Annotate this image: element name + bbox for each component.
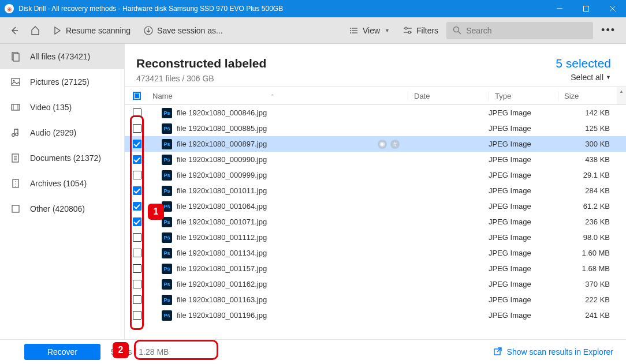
table-row[interactable]: Psfile 1920x1080_001163.jpgJPEG Image222… [125,292,626,307]
resume-scanning-button[interactable]: Resume scanning [47,22,135,39]
scroll-up-icon[interactable]: ▲ [617,87,626,104]
recover-button[interactable]: Recover [24,344,100,360]
file-size: 236 KB [558,217,626,226]
table-row[interactable]: Psfile 1920x1080_001157.jpgJPEG Image1.6… [125,261,626,276]
row-checkbox[interactable] [133,108,141,117]
file-size: 125 KB [558,124,626,133]
row-checkbox[interactable] [133,202,141,211]
sidebar-item-label: Documents (21372) [30,153,101,163]
file-type: JPEG Image [489,124,558,133]
row-checkbox[interactable] [133,249,141,257]
file-type: JPEG Image [489,295,558,304]
table-row[interactable]: Psfile 1920x1080_000897.jpg◉#JPEG Image3… [125,136,626,152]
toolbar: Resume scanning Save session as... View … [0,17,626,44]
ps-file-icon: Ps [162,155,172,165]
file-name: file 1920x1080_000999.jpg [177,171,267,179]
row-checkbox[interactable] [133,217,141,226]
svg-rect-33 [12,205,19,212]
column-type[interactable]: Type [489,92,558,100]
row-checkbox[interactable] [133,140,141,148]
column-name[interactable]: Name⌃ [149,92,408,100]
table-row[interactable]: Psfile 1920x1080_001071.jpgJPEG Image236… [125,214,626,230]
show-in-explorer-link[interactable]: Show scan results in Explorer [493,347,613,358]
table-row[interactable]: Psfile 1920x1080_001064.jpgJPEG Image61.… [125,198,626,214]
files-icon [10,51,21,62]
file-type: JPEG Image [489,171,558,179]
row-checkbox[interactable] [133,124,141,133]
sidebar-item-audio[interactable]: Audio (2929) [0,120,124,145]
file-type: JPEG Image [489,155,558,164]
table-row[interactable]: Psfile 1920x1080_000999.jpgJPEG Image29.… [125,167,626,183]
select-all-button[interactable]: Select all▼ [556,73,611,82]
svg-rect-22 [12,104,20,110]
chevron-down-icon: ▼ [606,74,611,80]
ps-file-icon: Ps [162,170,172,181]
file-size: 61.2 KB [558,202,626,211]
ps-file-icon: Ps [162,123,172,134]
sidebar-item-other[interactable]: Other (420806) [0,196,124,222]
home-icon [30,25,40,36]
save-session-button[interactable]: Save session as... [139,22,228,39]
sidebar-item-all-files[interactable]: All files (473421) [0,44,124,69]
row-checkbox[interactable] [133,155,141,164]
maximize-button[interactable] [573,0,599,17]
sidebar-item-label: Video (135) [30,103,72,112]
table-row[interactable]: Psfile 1920x1080_000990.jpgJPEG Image438… [125,152,626,167]
file-type: JPEG Image [489,108,558,117]
row-checkbox[interactable] [133,295,141,304]
svg-point-9 [350,28,351,29]
view-dropdown[interactable]: View ▼ [344,22,394,39]
row-checkbox[interactable] [133,171,141,179]
table-row[interactable]: Psfile 1920x1080_001162.jpgJPEG Image370… [125,276,626,292]
eye-icon[interactable]: ◉ [378,140,387,149]
row-checkbox[interactable] [133,186,141,195]
picture-icon [10,77,21,87]
download-icon [143,25,154,36]
column-size[interactable]: Size [558,92,617,100]
file-name: file 1920x1080_001064.jpg [177,202,267,211]
table-row[interactable]: Psfile 1920x1080_000885.jpgJPEG Image125… [125,121,626,136]
filters-label: Filters [416,26,438,35]
svg-rect-20 [12,78,20,85]
file-name: file 1920x1080_000846.jpg [177,108,267,117]
table-row[interactable]: Psfile 1920x1080_000846.jpgJPEG Image142… [125,105,626,121]
back-button[interactable] [6,22,23,39]
file-type: JPEG Image [489,140,558,148]
row-checkbox[interactable] [133,311,141,320]
footer: Recover 5 files / 1.28 MB Show scan resu… [0,339,626,364]
file-name: file 1920x1080_001162.jpg [177,280,267,288]
minimize-button[interactable] [546,0,573,17]
row-checkbox[interactable] [133,233,141,242]
file-size: 284 KB [558,186,626,195]
file-type: JPEG Image [489,233,558,242]
table-row[interactable]: Psfile 1920x1080_001134.jpgJPEG Image1.6… [125,245,626,261]
close-button[interactable] [599,0,626,17]
sidebar-item-pictures[interactable]: Pictures (27125) [0,69,124,95]
ps-file-icon: Ps [162,248,172,258]
file-name: file 1920x1080_000990.jpg [177,155,267,164]
row-checkbox[interactable] [133,264,141,273]
other-icon [10,204,21,214]
file-type: JPEG Image [489,280,558,288]
table-row[interactable]: Psfile 1920x1080_001112.jpgJPEG Image98.… [125,230,626,245]
hex-icon[interactable]: # [390,140,400,149]
more-button[interactable]: ••• [597,24,620,36]
row-checkbox[interactable] [133,280,141,288]
sidebar-item-video[interactable]: Video (135) [0,95,124,120]
svg-point-10 [350,30,351,31]
master-checkbox[interactable] [133,92,141,100]
home-button[interactable] [27,22,44,39]
table-row[interactable]: Psfile 1920x1080_001011.jpgJPEG Image284… [125,183,626,198]
file-size: 1.60 MB [558,249,626,257]
ps-file-icon: Ps [162,186,172,196]
search-icon [452,25,461,36]
sidebar-item-documents[interactable]: Documents (21372) [0,145,124,171]
search-box[interactable] [446,22,593,39]
column-date[interactable]: Date [408,92,489,100]
more-icon: ••• [601,24,616,36]
filters-button[interactable]: Filters [398,22,443,39]
sliders-icon [403,25,413,36]
search-input[interactable] [466,26,587,35]
sidebar-item-archives[interactable]: Archives (1054) [0,171,124,196]
table-row[interactable]: Psfile 1920x1080_001196.jpgJPEG Image241… [125,307,626,323]
